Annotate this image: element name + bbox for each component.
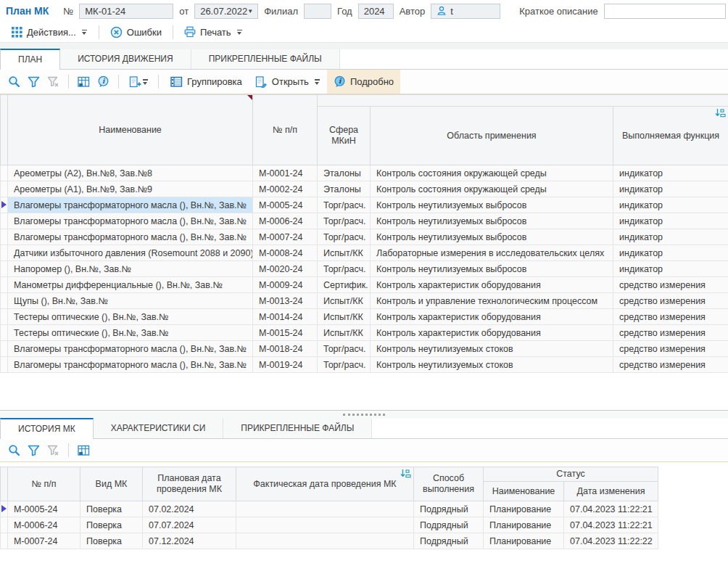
column-header-function[interactable]: Выполняемая функция	[613, 107, 728, 165]
cell[interactable]: Контроль неутилизуемых стоков	[371, 357, 613, 373]
cell[interactable]: индикатор	[613, 165, 728, 181]
cell[interactable]: М-0020-24	[253, 261, 318, 277]
row-selector[interactable]	[1, 277, 8, 293]
branch-field[interactable]	[304, 4, 331, 19]
cell[interactable]: 07.04.2023 11:22:22	[564, 533, 658, 549]
cell[interactable]: М-0009-24	[253, 277, 318, 293]
horizontal-splitter[interactable]	[0, 410, 728, 419]
date-field[interactable]: 26.07.2022 ▼	[194, 4, 258, 19]
cell[interactable]: Испыт/КК	[318, 309, 371, 325]
cell[interactable]: Тестеры оптические (), Вн.№, Зав.№	[8, 325, 253, 341]
tab-mk-history[interactable]: ИСТОРИЯ МК	[0, 418, 94, 439]
row-selector[interactable]	[1, 245, 8, 261]
cell[interactable]: 07.04.2023 11:22:21	[564, 501, 658, 517]
filter-clear-button[interactable]	[44, 73, 63, 91]
cell[interactable]: 07.02.2024	[143, 501, 236, 517]
cell[interactable]: средство измерения	[613, 277, 728, 293]
actions-button[interactable]: Действия...	[6, 25, 94, 40]
column-header-status-date[interactable]: Дата изменения	[564, 482, 658, 501]
row-selector[interactable]	[1, 213, 8, 229]
cell[interactable]: М-0002-24	[253, 181, 318, 197]
cell[interactable]: 07.04.2023 11:22:21	[564, 517, 658, 533]
row-selector[interactable]	[1, 261, 8, 277]
number-field[interactable]: МК-01-24	[79, 4, 173, 19]
filter-button[interactable]	[24, 441, 44, 460]
cell[interactable]: Планирование	[484, 501, 564, 517]
cell[interactable]: Торг/расч.	[318, 197, 371, 213]
grid-settings-button[interactable]	[74, 441, 94, 460]
cell[interactable]: средство измерения	[613, 341, 728, 357]
cell[interactable]: Контроль неутилизуемых выбросов	[371, 261, 613, 277]
table-row[interactable]: Манометры дифференциальные (), Вн.№, Зав…	[1, 277, 728, 293]
column-sort-icon[interactable]	[400, 469, 411, 480]
cell[interactable]: индикатор	[613, 213, 728, 229]
table-row[interactable]: Датчики избыточного давления (Rosemount …	[1, 245, 728, 261]
filter-clear-button[interactable]	[44, 441, 63, 460]
cell[interactable]: Планирование	[484, 533, 564, 549]
table-row[interactable]: М-0006-24Поверка07.07.2024ПодрядныйПлани…	[1, 517, 658, 533]
column-sort-icon[interactable]	[715, 108, 726, 119]
cell[interactable]: Контроль состояния окружающей среды	[371, 165, 613, 181]
cell[interactable]: М-0019-24	[253, 357, 318, 373]
cell[interactable]: Контроль неутилизуемых выбросов	[371, 229, 613, 245]
tab-attached-files[interactable]: ПРИКРЕПЛЕННЫЕ ФАЙЛЫ	[191, 49, 340, 69]
cell[interactable]: Влагомеры трансформаторного масла (), Вн…	[8, 229, 253, 245]
cell[interactable]: Лабораторные измерения в исследовательск…	[371, 245, 613, 261]
cell[interactable]: М-0005-24	[8, 501, 80, 517]
cell[interactable]: Ареометры (А2), Вн.№8, Зав.№8	[8, 165, 253, 181]
cell[interactable]: Напоромер (), Вн.№, Зав.№	[8, 261, 253, 277]
search-button[interactable]	[4, 441, 24, 460]
filter-button[interactable]	[24, 73, 44, 91]
tab-si-characteristics[interactable]: ХАРАКТЕРИСТИКИ СИ	[94, 419, 224, 438]
table-row[interactable]: Влагомеры трансформаторного масла (), Вн…	[1, 197, 728, 213]
info-button[interactable]: i	[94, 73, 113, 91]
cell[interactable]: Поверка	[80, 517, 143, 533]
column-band-status[interactable]: Статус	[484, 467, 658, 482]
table-row[interactable]: Тестеры оптические (), Вн.№, Зав.№М-0015…	[1, 325, 728, 341]
row-selector[interactable]	[1, 293, 8, 309]
cell[interactable]: М-0018-24	[253, 341, 318, 357]
cell[interactable]: индикатор	[613, 245, 728, 261]
cell[interactable]: индикатор	[613, 197, 728, 213]
tab-plan[interactable]: ПЛАН	[0, 49, 60, 70]
author-field[interactable]: t	[431, 4, 500, 19]
cell[interactable]: Эталоны	[318, 181, 371, 197]
cell[interactable]: индикатор	[613, 229, 728, 245]
cell[interactable]: Контроль характеристик оборудования	[371, 325, 613, 341]
cell[interactable]: Подрядный	[414, 533, 484, 549]
cell[interactable]: Тестеры оптические (), Вн.№, Зав.№	[8, 309, 253, 325]
cell[interactable]: Датчики избыточного давления (Rosemount …	[8, 245, 253, 261]
cell[interactable]: Контроль состояния окружающей среды	[371, 181, 613, 197]
column-header-mk-type[interactable]: Вид МК	[80, 467, 143, 501]
detail-button[interactable]: i Подробно	[327, 70, 400, 94]
table-row[interactable]: Влагомеры трансформаторного масла (), Вн…	[1, 229, 728, 245]
row-selector[interactable]	[1, 229, 8, 245]
cell[interactable]: М-0014-24	[253, 309, 318, 325]
cell[interactable]: 07.07.2024	[143, 517, 236, 533]
open-button[interactable]: Открыть	[249, 72, 327, 92]
tab-attached-files-bottom[interactable]: ПРИКРЕПЛЕННЫЕ ФАЙЛЫ	[223, 419, 372, 438]
cell[interactable]: М-0007-24	[253, 229, 318, 245]
description-field[interactable]	[604, 4, 726, 19]
cell[interactable]: Торг/расч.	[318, 261, 371, 277]
table-row[interactable]: Влагомеры трансформаторного масла (), Вн…	[1, 357, 728, 373]
cell[interactable]	[236, 501, 414, 517]
cell[interactable]: М-0001-24	[253, 165, 318, 181]
column-header-sphere[interactable]: Сфера МКиН	[318, 107, 371, 165]
cell[interactable]: Контроль неутилизуемых стоков	[371, 341, 613, 357]
cell[interactable]: Торг/расч.	[318, 341, 371, 357]
grouping-button[interactable]: Группировка	[164, 72, 249, 92]
row-selector[interactable]	[1, 501, 8, 517]
cell[interactable]: Манометры дифференциальные (), Вн.№, Зав…	[8, 277, 253, 293]
cell[interactable]: Планирование	[484, 517, 564, 533]
cell[interactable]: Торг/расч.	[318, 357, 371, 373]
cell[interactable]: индикатор	[613, 181, 728, 197]
row-selector[interactable]	[1, 517, 8, 533]
column-header-method[interactable]: Способ выполнения	[414, 467, 484, 501]
cell[interactable]: Торг/расч.	[318, 229, 371, 245]
column-header-npp[interactable]: № п/п	[8, 467, 80, 501]
column-header-actual-date[interactable]: Фактическая дата проведения МК	[236, 467, 414, 501]
table-row[interactable]: Тестеры оптические (), Вн.№, Зав.№М-0014…	[1, 309, 728, 325]
cell[interactable]: Эталоны	[318, 165, 371, 181]
cell[interactable]: М-0006-24	[253, 213, 318, 229]
